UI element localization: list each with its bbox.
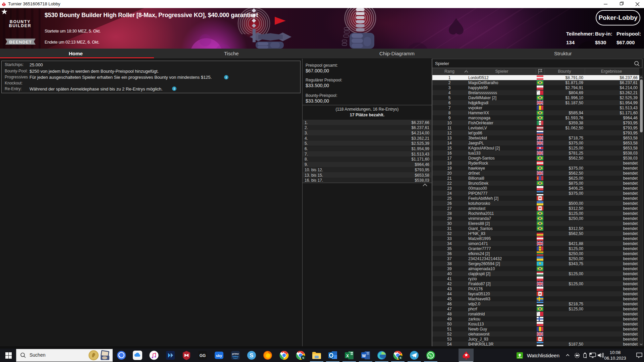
svg-text:S: S	[399, 356, 401, 359]
svg-text:sky: sky	[216, 354, 222, 358]
svg-text:W: W	[362, 354, 366, 358]
svg-text:S: S	[250, 352, 253, 359]
svg-text:S: S	[302, 356, 304, 359]
svg-text:GG: GG	[200, 353, 206, 358]
svg-text:prime: prime	[232, 352, 239, 355]
svg-text:X: X	[346, 354, 349, 358]
svg-text:video: video	[232, 355, 238, 358]
